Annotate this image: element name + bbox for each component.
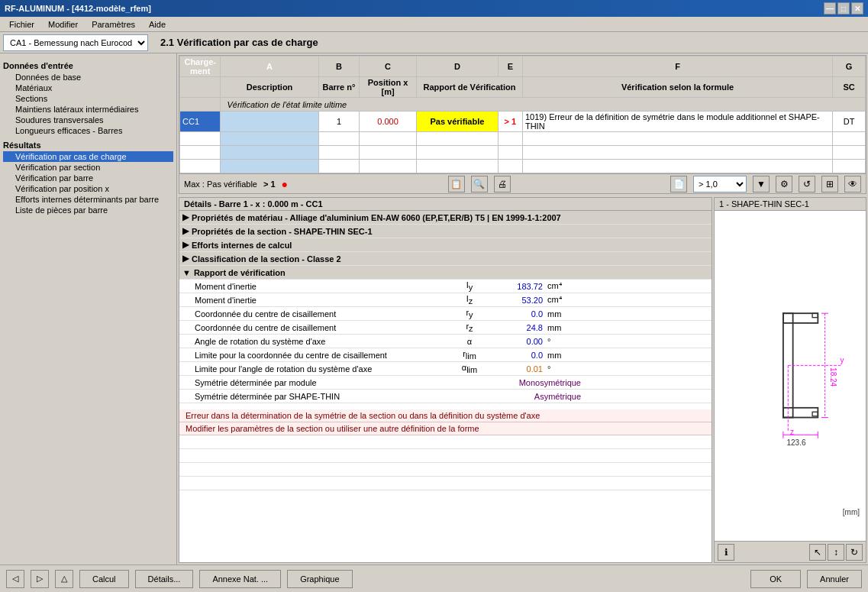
sidebar-item-sections[interactable]: Sections bbox=[3, 93, 173, 104]
shape-panel: 1 - SHAPE-THIN SEC-1 bbox=[714, 197, 866, 563]
col-subheader-formula: Vérification selon la formule bbox=[522, 77, 832, 98]
sidebar-item-longueurs[interactable]: Longueurs efficaces - Barres bbox=[3, 125, 173, 136]
filter2-icon[interactable]: ▼ bbox=[753, 176, 770, 192]
value-rlim: 0.0 bbox=[492, 351, 546, 360]
value-iy: 183.72 bbox=[492, 282, 546, 291]
group-rap[interactable]: ▼ Rapport de vérification bbox=[179, 266, 712, 280]
close-btn[interactable]: ✕ bbox=[851, 2, 863, 15]
menu-fichier[interactable]: Fichier bbox=[3, 18, 40, 31]
ok-button[interactable]: OK bbox=[750, 570, 801, 588]
col-header-g: G bbox=[833, 57, 866, 77]
nav-up-icon[interactable]: △ bbox=[55, 570, 73, 588]
group-mat[interactable]: ▶ Propriétés de matériau - Alliage d'alu… bbox=[179, 211, 712, 225]
title-controls: — □ ✕ bbox=[824, 2, 863, 15]
status-red-icon: ● bbox=[282, 178, 288, 190]
details-row-asym: Symétrie déterminée par SHAPE-THIN Asymé… bbox=[179, 390, 712, 403]
menu-parametres[interactable]: Paramètres bbox=[86, 18, 141, 31]
cell-desc bbox=[221, 112, 318, 132]
gt1-label: > 1 bbox=[263, 180, 276, 189]
col-subheader-sc: SC bbox=[833, 77, 866, 98]
label-rlim: Limite pour la coordonnée du centre de c… bbox=[179, 351, 447, 360]
details-row-rz: Coordonnée du centre de cisaillement rz … bbox=[179, 321, 712, 335]
cell-cc1[interactable]: CC1 bbox=[180, 112, 221, 132]
minimize-btn[interactable]: — bbox=[824, 2, 836, 15]
sidebar-item-liste-pieces[interactable]: Liste de pièces par barre bbox=[3, 205, 173, 215]
shape-tool3[interactable]: ↻ bbox=[846, 544, 863, 561]
svg-text:18.24: 18.24 bbox=[829, 367, 837, 387]
menu-modifier[interactable]: Modifier bbox=[42, 18, 84, 31]
sidebar-item-verif-section[interactable]: Vérification par section bbox=[3, 162, 173, 173]
details-panel: Détails - Barre 1 - x : 0.000 m - CC1 ▶ … bbox=[179, 197, 712, 563]
ca-dropdown[interactable]: CA1 - Bemessung nach Eurocode 9 bbox=[3, 34, 148, 51]
col-subheader-rapport: Rapport de Vérification bbox=[416, 77, 522, 98]
symbol-iy: Iy bbox=[447, 280, 492, 292]
empty-row-2 bbox=[179, 449, 712, 463]
shape-tool2[interactable]: ↕ bbox=[828, 544, 844, 561]
symbol-alim: αlim bbox=[447, 363, 492, 374]
sidebar-item-verif-cas[interactable]: Vérification par cas de charge bbox=[3, 151, 173, 162]
print-icon[interactable]: 🖨 bbox=[494, 176, 511, 192]
details-row-alpha: Angle de rotation du système d'axe α 0.0… bbox=[179, 335, 712, 348]
settings2-icon[interactable]: ⚙ bbox=[776, 176, 792, 192]
filter-icon[interactable]: 🔍 bbox=[471, 176, 488, 192]
col-header-e: E bbox=[498, 57, 522, 77]
col-header-b: B bbox=[318, 57, 359, 77]
calcul-button[interactable]: Calcul bbox=[79, 570, 129, 588]
group-cls[interactable]: ▶ Classification de la section - Classe … bbox=[179, 252, 712, 266]
group-eff[interactable]: ▶ Efforts internes de calcul bbox=[179, 238, 712, 252]
eye-icon[interactable]: 👁 bbox=[844, 176, 861, 192]
svg-text:y: y bbox=[840, 356, 844, 364]
reload-icon[interactable]: ↺ bbox=[799, 176, 815, 192]
col-subheader-description: Description bbox=[221, 77, 318, 98]
sidebar-section-data: Données d'entrée bbox=[3, 60, 173, 72]
group-sec[interactable]: ▶ Propriétés de la section - SHAPE-THIN … bbox=[179, 225, 712, 238]
value-rz: 24.8 bbox=[492, 323, 546, 332]
shape-svg: 18.24 y z 123.6 bbox=[729, 299, 851, 452]
maximize-btn[interactable]: □ bbox=[837, 2, 850, 15]
sidebar-item-verif-barre[interactable]: Vérification par barre bbox=[3, 173, 173, 183]
annexe-button[interactable]: Annexe Nat. ... bbox=[199, 570, 281, 588]
cell-formula: 1019) Erreur de la définition de symétri… bbox=[522, 112, 832, 132]
empty-row-1 bbox=[179, 435, 712, 449]
details-row-rlim: Limite pour la coordonnée du centre de c… bbox=[179, 348, 712, 362]
details-row-monosym: Symétrie déterminée par module Monosymét… bbox=[179, 376, 712, 390]
details-row-iz: Moment d'inertie Iz 53.20 cm⁴ bbox=[179, 293, 712, 307]
col-header-f: F bbox=[522, 57, 832, 77]
label-rz: Coordonnée du centre de cisaillement bbox=[179, 323, 447, 332]
table-icon[interactable]: ⊞ bbox=[821, 176, 838, 192]
sidebar-item-efforts-internes[interactable]: Efforts internes déterminants par barre bbox=[3, 194, 173, 205]
sidebar-item-soudures[interactable]: Soudures transversales bbox=[3, 115, 173, 125]
menu-aide[interactable]: Aide bbox=[143, 18, 172, 31]
unit-iz: cm⁴ bbox=[546, 295, 584, 305]
graphique-button[interactable]: Graphique bbox=[287, 570, 352, 588]
info-icon[interactable]: ℹ bbox=[718, 544, 734, 561]
sidebar-item-materiaux[interactable]: Matériaux bbox=[3, 82, 173, 93]
nav-back-icon[interactable]: ◁ bbox=[6, 570, 24, 588]
report-icon[interactable]: 📄 bbox=[670, 176, 687, 192]
details-button[interactable]: Détails... bbox=[135, 570, 194, 588]
grid-status-bar: Max : Pas vérifiable > 1 ● 📋 🔍 🖨 📄 > 1,0… bbox=[179, 173, 866, 193]
nav-fwd-icon[interactable]: ▷ bbox=[31, 570, 49, 588]
unit-alim: ° bbox=[546, 364, 584, 374]
annuler-button[interactable]: Annuler bbox=[807, 570, 862, 588]
data-table: Charge-ment A B C D E F G Description Ba… bbox=[179, 56, 866, 173]
cell-gt1: > 1 bbox=[498, 112, 522, 132]
cell-sc: DT bbox=[833, 112, 866, 132]
table-row-empty-3 bbox=[180, 160, 866, 173]
label-iy: Moment d'inertie bbox=[179, 282, 447, 291]
filter-dropdown[interactable]: > 1,0 bbox=[693, 176, 747, 192]
shape-canvas: 18.24 y z 123.6 bbox=[715, 211, 866, 541]
state-limit-header: Vérification de l'état limite ultime bbox=[221, 98, 866, 112]
shape-tool1[interactable]: ↖ bbox=[809, 544, 826, 561]
bottom-bar: ◁ ▷ △ Calcul Détails... Annexe Nat. ... … bbox=[0, 565, 868, 592]
sidebar-item-donnees-base[interactable]: Données de base bbox=[3, 72, 173, 82]
table-row[interactable]: CC1 1 0.000 Pas vérifiable > 1 1019) Err… bbox=[180, 112, 866, 132]
label-alim: Limite pour l'angle de rotation du systè… bbox=[179, 364, 447, 374]
mm-label: [mm] bbox=[843, 508, 860, 516]
export-icon[interactable]: 📋 bbox=[448, 176, 465, 192]
unit-alpha: ° bbox=[546, 337, 584, 346]
value-iz: 53.20 bbox=[492, 296, 546, 305]
sidebar-item-maintiens[interactable]: Maintiens latéraux intermédiaires bbox=[3, 104, 173, 115]
sidebar-item-verif-position[interactable]: Vérification par position x bbox=[3, 183, 173, 194]
shape-toolbar: ℹ ↖ ↕ ↻ bbox=[715, 541, 866, 562]
